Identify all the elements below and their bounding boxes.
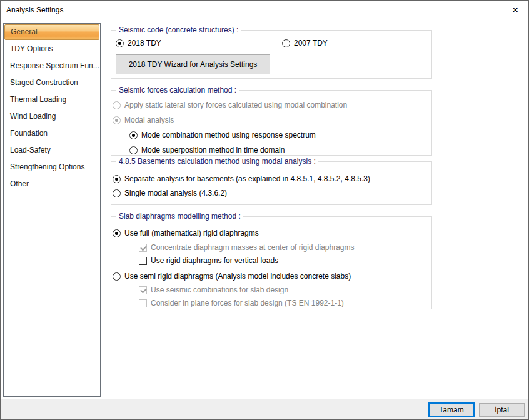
checkbox-icon xyxy=(139,286,147,294)
group-seismic-code: Seismic code (concrete structures) : 201… xyxy=(111,30,432,79)
sidebar-item-other[interactable]: Other xyxy=(4,176,100,192)
radio-icon xyxy=(129,146,138,154)
sidebar: General TDY Options Response Spectrum Fu… xyxy=(3,23,101,397)
radio-icon xyxy=(113,175,121,183)
radio-separate-basements-label: Separate analysis for basements (as expl… xyxy=(124,174,370,183)
sidebar-item-general[interactable]: General xyxy=(4,24,99,40)
radio-icon xyxy=(113,272,121,281)
checkbox-icon xyxy=(139,257,147,265)
group-forces-method-title: Seismic forces calculation method : xyxy=(116,86,239,94)
close-button[interactable]: ✕ xyxy=(505,1,526,19)
group-basements: 4.8.5 Basements calculation method using… xyxy=(111,161,432,205)
checkbox-rigid-vertical-loads[interactable]: Use rigid diaphragms for vertical loads xyxy=(139,256,278,266)
group-basements-title: 4.8.5 Basements calculation method using… xyxy=(116,157,318,166)
radio-2007-tdy-label: 2007 TDY xyxy=(294,39,328,48)
radio-icon xyxy=(113,229,121,238)
radio-separate-basements[interactable]: Separate analysis for basements (as expl… xyxy=(113,174,370,184)
radio-full-rigid-label: Use full (mathematical) rigid diaphragms xyxy=(124,229,259,238)
radio-single-modal-label: Single modal analysis (4.3.6.2) xyxy=(124,189,227,198)
radio-full-rigid[interactable]: Use full (mathematical) rigid diaphragms xyxy=(113,228,259,238)
radio-mode-combination-label: Mode combination method using response s… xyxy=(141,131,316,139)
checkbox-rigid-vertical-loads-label: Use rigid diaphragms for vertical loads xyxy=(151,256,278,265)
checkbox-concentrate-masses: Concentrate diaphragm masses at center o… xyxy=(139,242,355,252)
checkbox-concentrate-masses-label: Concentrate diaphragm masses at center o… xyxy=(151,243,355,252)
ok-button[interactable]: Tamam xyxy=(428,402,475,418)
radio-2018-tdy-label: 2018 TDY xyxy=(128,39,161,48)
ok-button-label: Tamam xyxy=(439,406,463,414)
radio-icon xyxy=(113,101,121,109)
radio-modal-analysis: Modal analysis xyxy=(113,115,174,125)
sidebar-item-foundation[interactable]: Foundation xyxy=(4,125,100,142)
group-seismic-code-title: Seismic code (concrete structures) : xyxy=(116,26,241,34)
sidebar-item-load-safety[interactable]: Load-Safety xyxy=(4,142,100,159)
radio-single-modal[interactable]: Single modal analysis (4.3.6.2) xyxy=(113,188,227,198)
radio-icon xyxy=(116,39,124,48)
sidebar-item-staged-construction[interactable]: Staged Construction xyxy=(4,74,100,91)
checkbox-icon xyxy=(139,244,147,252)
radio-icon xyxy=(113,189,121,198)
sidebar-item-strengthening-options[interactable]: Strengthening Options xyxy=(4,159,100,176)
cancel-button-label: İptal xyxy=(495,406,509,414)
radio-2018-tdy[interactable]: 2018 TDY xyxy=(116,38,161,48)
checkbox-in-plane-forces: Consider in plane forces for slab design… xyxy=(139,298,344,308)
titlebar: Analysis Settings ✕ xyxy=(1,1,528,19)
group-slab-diaphragms: Slab diaphragms modelling method : Use f… xyxy=(111,216,432,309)
radio-mode-superposition-label: Mode superposition method in time domain xyxy=(141,146,285,154)
wizard-button[interactable]: 2018 TDY Wizard for Analysis Settings xyxy=(116,54,270,74)
radio-mode-superposition[interactable]: Mode superposition method in time domain xyxy=(129,145,285,155)
radio-static-lateral-label: Apply static lateral story forces calcul… xyxy=(124,101,347,109)
radio-static-lateral: Apply static lateral story forces calcul… xyxy=(113,100,347,110)
group-forces-method: Seismic forces calculation method : Appl… xyxy=(111,90,432,156)
wizard-button-label: 2018 TDY Wizard for Analysis Settings xyxy=(129,60,258,69)
analysis-settings-dialog: Analysis Settings ✕ General TDY Options … xyxy=(0,0,529,420)
sidebar-item-response-spectrum[interactable]: Response Spectrum Fun... xyxy=(4,58,100,74)
radio-icon xyxy=(282,39,290,48)
radio-icon xyxy=(113,116,121,124)
checkbox-in-plane-forces-label: Consider in plane forces for slab design… xyxy=(151,299,344,308)
checkbox-icon xyxy=(139,299,147,308)
radio-semi-rigid-label: Use semi rigid diaphragms (Analysis mode… xyxy=(124,272,351,281)
dialog-title: Analysis Settings xyxy=(6,6,63,14)
radio-modal-analysis-label: Modal analysis xyxy=(124,116,174,124)
close-icon: ✕ xyxy=(511,6,519,14)
radio-semi-rigid[interactable]: Use semi rigid diaphragms (Analysis mode… xyxy=(113,271,351,281)
radio-icon xyxy=(129,131,138,139)
sidebar-item-tdy-options[interactable]: TDY Options xyxy=(4,41,100,58)
cancel-button[interactable]: İptal xyxy=(479,403,525,417)
group-slab-diaphragms-title: Slab diaphragms modelling method : xyxy=(116,212,243,221)
checkbox-seismic-combinations-label: Use seismic combinations for slab design xyxy=(151,286,288,294)
sidebar-item-thermal-loading[interactable]: Thermal Loading xyxy=(4,91,100,108)
radio-mode-combination[interactable]: Mode combination method using response s… xyxy=(129,130,316,140)
radio-2007-tdy[interactable]: 2007 TDY xyxy=(282,38,328,48)
checkbox-seismic-combinations: Use seismic combinations for slab design xyxy=(139,285,288,295)
sidebar-item-wind-loading[interactable]: Wind Loading xyxy=(4,108,100,125)
